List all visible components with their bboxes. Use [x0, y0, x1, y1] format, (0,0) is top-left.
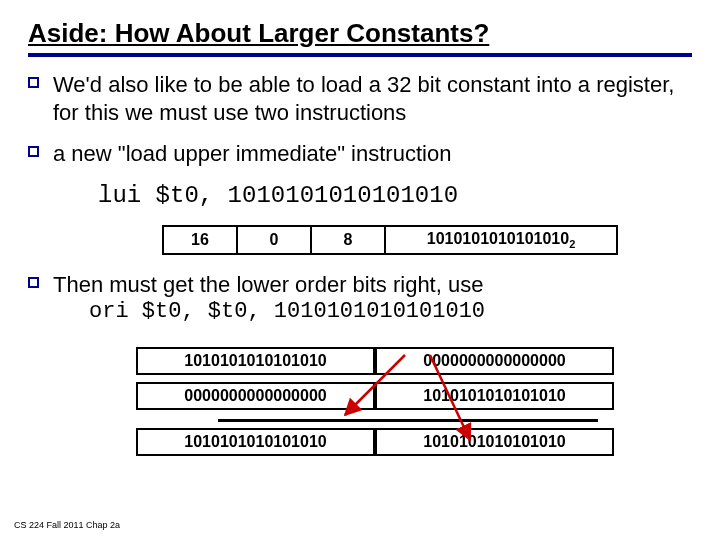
bullet-1: We'd also like to be able to load a 32 b…: [28, 71, 692, 126]
bullet-square-icon: [28, 77, 39, 88]
reg2-low: 1010101010101010: [375, 382, 614, 410]
table-row: 16 0 8 10101010101010102: [163, 226, 617, 254]
register-result: 1010101010101010 1010101010101010: [136, 424, 614, 460]
reg1-low: 0000000000000000: [375, 347, 614, 375]
enc-rs: 0: [237, 226, 311, 254]
reg3-high: 1010101010101010: [136, 428, 375, 456]
code-lui: lui $t0, 1010101010101010: [98, 182, 692, 209]
bullet-2-text: a new "load upper immediate" instruction: [53, 140, 692, 168]
enc-immediate: 10101010101010102: [385, 226, 617, 254]
bullet-square-icon: [28, 277, 39, 288]
operation-divider: [218, 419, 598, 422]
table-row: 0000000000000000 1010101010101010: [136, 382, 614, 410]
enc-imm-base: 2: [569, 238, 575, 250]
reg2-high: 0000000000000000: [136, 382, 375, 410]
enc-rt: 8: [311, 226, 385, 254]
bullet-3: Then must get the lower order bits right…: [28, 271, 692, 326]
table-row: 1010101010101010 1010101010101010: [136, 428, 614, 456]
bullet-2: a new "load upper immediate" instruction: [28, 140, 692, 168]
bullet-3-text: Then must get the lower order bits right…: [53, 271, 485, 299]
enc-imm-bits: 1010101010101010: [427, 230, 569, 247]
instruction-encoding-table: 16 0 8 10101010101010102: [162, 225, 618, 255]
reg3-low: 1010101010101010: [375, 428, 614, 456]
enc-opcode: 16: [163, 226, 237, 254]
register-diagram: 1010101010101010 0000000000000000 000000…: [136, 340, 614, 417]
reg1-high: 1010101010101010: [136, 347, 375, 375]
slide-title: Aside: How About Larger Constants?: [28, 18, 692, 49]
bullet-square-icon: [28, 146, 39, 157]
title-underline: [28, 53, 692, 57]
table-row: 1010101010101010 0000000000000000: [136, 347, 614, 375]
bullet-1-text: We'd also like to be able to load a 32 b…: [53, 71, 692, 126]
code-ori: ori $t0, $t0, 1010101010101010: [89, 298, 485, 326]
slide-footer: CS 224 Fall 2011 Chap 2a: [14, 520, 120, 530]
